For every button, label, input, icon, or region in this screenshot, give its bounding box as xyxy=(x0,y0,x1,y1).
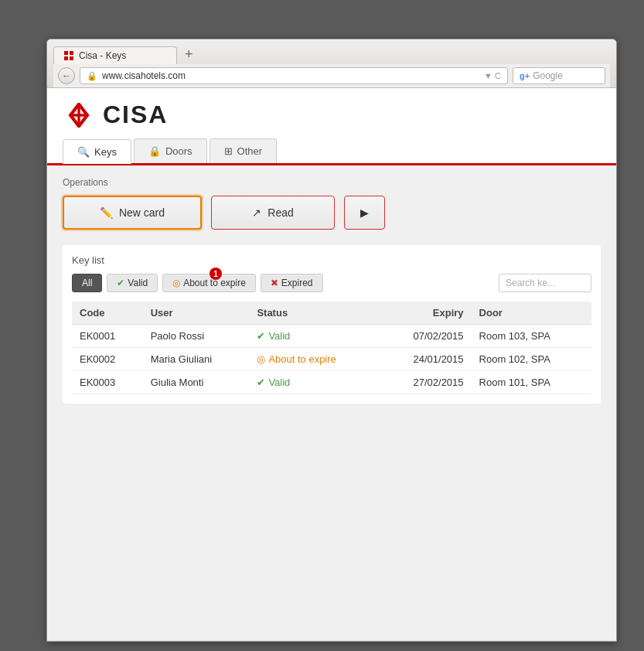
table-row[interactable]: EK0002 Maria Giuliani ◎ About to expire … xyxy=(72,348,591,371)
table-row[interactable]: EK0001 Paolo Rossi ✔ Valid 07/02/2015 Ro… xyxy=(72,325,591,348)
doors-lock-icon: 🔒 xyxy=(148,145,161,157)
keylist-title: Key list xyxy=(72,254,591,266)
cisa-header: CISA 🔍 Keys 🔒 Doors ⊞ Other xyxy=(47,88,616,165)
col-user: User xyxy=(143,302,250,325)
row1-check-icon: ✔ xyxy=(257,330,265,342)
row3-status: ✔ Valid xyxy=(249,371,380,394)
col-expiry: Expiry xyxy=(380,302,472,325)
row2-about-icon: ◎ xyxy=(257,353,265,365)
svg-rect-3 xyxy=(70,56,73,60)
about-circle-icon: ◎ xyxy=(172,278,180,288)
row2-status-badge: ◎ About to expire xyxy=(257,353,372,365)
read-icon: ↗ xyxy=(252,206,261,219)
nav-tabs: 🔍 Keys 🔒 Doors ⊞ Other xyxy=(63,138,601,163)
filter-expired-label: Expired xyxy=(281,278,313,288)
row2-code: EK0002 xyxy=(72,348,143,371)
newcard-label: New card xyxy=(119,206,165,219)
back-button[interactable]: ← xyxy=(58,67,75,84)
row2-expiry: 24/01/2015 xyxy=(380,348,472,371)
svg-rect-0 xyxy=(64,51,68,55)
table-header: Code User Status Expiry Door xyxy=(72,302,591,325)
tab-other-label: Other xyxy=(237,145,263,157)
browser-tabs: Cisa - Keys + xyxy=(53,44,610,64)
filter-valid-label: Valid xyxy=(128,278,148,288)
new-tab-button[interactable]: + xyxy=(179,44,199,64)
search-keys-placeholder: Search ke... xyxy=(506,278,555,288)
tab-favicon-icon xyxy=(63,50,74,61)
row3-user: Giulia Monti xyxy=(143,371,250,394)
google-g-icon: g+ xyxy=(520,71,530,80)
filter-about-button[interactable]: ◎ About to expire xyxy=(162,274,256,292)
row1-code: EK0001 xyxy=(72,325,143,348)
svg-rect-2 xyxy=(64,56,68,60)
browser-addressbar: ← 🔒 www.cisahotels.com ▼ C g+ Google xyxy=(53,64,610,87)
main-section: Operations ✏️ New card ↗ Read ▶ Key list xyxy=(47,165,616,640)
svg-rect-1 xyxy=(70,51,73,55)
row1-door: Room 103, SPA xyxy=(472,325,591,348)
row2-status: ◎ About to expire xyxy=(249,348,380,371)
keys-search-icon: 🔍 xyxy=(77,146,90,158)
read-button[interactable]: ↗ Read xyxy=(211,196,335,230)
table-row[interactable]: EK0003 Giulia Monti ✔ Valid 27/02/2015 R… xyxy=(72,371,591,394)
table-header-row: Code User Status Expiry Door xyxy=(72,302,591,325)
read-label: Read xyxy=(267,206,293,219)
browser-window: Cisa - Keys + ← 🔒 www.cisahotels.com ▼ C… xyxy=(46,39,617,642)
page-content: CISA 🔍 Keys 🔒 Doors ⊞ Other Oper xyxy=(47,88,616,640)
row1-user: Paolo Rossi xyxy=(143,325,250,348)
search-keys-input[interactable]: Search ke... xyxy=(499,274,591,292)
extra-icon: ▶ xyxy=(360,206,369,219)
row3-status-badge: ✔ Valid xyxy=(257,377,372,388)
row3-code: EK0003 xyxy=(72,371,143,394)
row2-user: Maria Giuliani xyxy=(143,348,250,371)
filter-valid-button[interactable]: ✔ Valid xyxy=(107,274,158,292)
cisa-logo-icon xyxy=(63,103,95,128)
tab-doors[interactable]: 🔒 Doors xyxy=(134,138,207,163)
tab-keys-label: Keys xyxy=(94,146,117,158)
col-status: Status xyxy=(249,302,380,325)
row1-status: ✔ Valid xyxy=(249,325,380,348)
tab-title: Cisa - Keys xyxy=(79,50,126,61)
browser-tab-active[interactable]: Cisa - Keys xyxy=(53,46,177,64)
col-code: Code xyxy=(72,302,143,325)
tab-doors-label: Doors xyxy=(165,145,193,157)
browser-titlebar: Cisa - Keys + ← 🔒 www.cisahotels.com ▼ C… xyxy=(47,39,616,88)
tab-other[interactable]: ⊞ Other xyxy=(210,138,278,163)
cisa-logo: CISA xyxy=(63,101,601,129)
key-table: Code User Status Expiry Door EK0001 Paol… xyxy=(72,302,591,394)
newcard-button[interactable]: ✏️ New card xyxy=(63,196,202,230)
operations-label: Operations xyxy=(63,177,601,188)
address-lock-icon: 🔒 xyxy=(87,71,97,81)
row3-door: Room 101, SPA xyxy=(472,371,591,394)
table-body: EK0001 Paolo Rossi ✔ Valid 07/02/2015 Ro… xyxy=(72,325,591,394)
filter-expired-button[interactable]: ✖ Expired xyxy=(261,274,323,292)
expired-x-icon: ✖ xyxy=(271,278,278,288)
operations-row: ✏️ New card ↗ Read ▶ xyxy=(63,196,601,230)
search-placeholder-text: Google xyxy=(533,70,563,81)
address-bar[interactable]: 🔒 www.cisahotels.com ▼ C xyxy=(80,67,508,84)
row1-status-badge: ✔ Valid xyxy=(257,330,372,342)
row1-expiry: 07/02/2015 xyxy=(380,325,472,348)
filter-all-button[interactable]: All xyxy=(72,274,102,292)
tab-keys[interactable]: 🔍 Keys xyxy=(63,139,131,164)
col-door: Door xyxy=(472,302,591,325)
filter-row: All ✔ Valid ◎ About to expire 1 ✖ Expire… xyxy=(72,274,591,292)
filter-all-label: All xyxy=(82,278,92,288)
newcard-icon: ✏️ xyxy=(100,206,113,219)
valid-check-icon: ✔ xyxy=(117,278,124,288)
row2-door: Room 102, SPA xyxy=(472,348,591,371)
cisa-brand-name: CISA xyxy=(103,101,168,129)
browser-search-input[interactable]: g+ Google xyxy=(513,67,605,84)
address-text: www.cisahotels.com xyxy=(102,70,186,81)
other-grid-icon: ⊞ xyxy=(224,145,233,157)
extra-button[interactable]: ▶ xyxy=(344,196,385,230)
row3-expiry: 27/02/2015 xyxy=(380,371,472,394)
row3-check-icon: ✔ xyxy=(257,377,265,388)
ssl-indicator: ▼ C xyxy=(484,71,501,80)
about-badge: 1 xyxy=(210,268,222,280)
address-right: ▼ C xyxy=(484,71,501,80)
keylist-section: Key list All ✔ Valid ◎ About to expire 1 xyxy=(63,245,601,404)
